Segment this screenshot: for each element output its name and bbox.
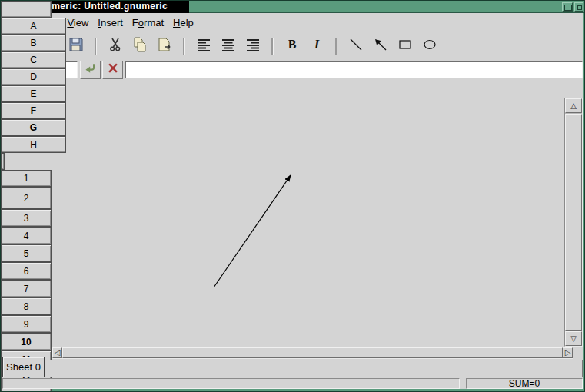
status-message-panel bbox=[2, 378, 460, 389]
row-header-3[interactable]: 3 bbox=[1, 209, 52, 227]
sheet-area: ABCDEFGH123456789101112131415Sales of em… bbox=[1, 1, 585, 392]
row-header-5[interactable]: 5 bbox=[1, 244, 52, 262]
column-header-c[interactable]: C bbox=[1, 51, 66, 68]
row-header-7[interactable]: 7 bbox=[1, 280, 52, 297]
column-header-h[interactable]: H bbox=[1, 136, 66, 153]
scroll-left-button[interactable]: ◁ bbox=[52, 347, 62, 358]
row-header-6[interactable]: 6 bbox=[1, 262, 52, 280]
status-sum-panel: SUM=0 bbox=[466, 378, 583, 389]
row-header-4[interactable]: 4 bbox=[1, 227, 52, 244]
column-header-b[interactable]: B bbox=[1, 35, 66, 51]
column-header-f[interactable]: F bbox=[1, 102, 66, 119]
gnumeric-window: Gnumeric: Untitled.gnumeric FileEditView… bbox=[0, 0, 585, 392]
column-header-g[interactable]: G bbox=[1, 119, 66, 136]
horizontal-scroll-thumb[interactable] bbox=[62, 347, 563, 358]
row-header-9[interactable]: 9 bbox=[1, 315, 52, 333]
scroll-left-icon: ◁ bbox=[55, 349, 61, 357]
row-header-8[interactable]: 8 bbox=[1, 297, 52, 315]
scroll-right-button[interactable]: ▷ bbox=[563, 347, 573, 358]
scroll-up-icon: △ bbox=[570, 102, 577, 110]
grid-corner-box[interactable] bbox=[1, 1, 52, 18]
sheet-tab[interactable]: Sheet 0 bbox=[2, 357, 45, 377]
scroll-down-icon: ▽ bbox=[570, 335, 577, 343]
scroll-up-button[interactable]: △ bbox=[565, 98, 582, 113]
column-header-partial bbox=[1, 153, 5, 170]
column-header-a[interactable]: A bbox=[1, 18, 66, 35]
row-header-2[interactable]: 2 bbox=[1, 187, 52, 209]
tab-strip bbox=[45, 360, 583, 377]
vertical-scroll-thumb[interactable] bbox=[565, 114, 582, 331]
vertical-scrollbar[interactable]: △ ▽ bbox=[564, 98, 583, 347]
column-header-d[interactable]: D bbox=[1, 68, 66, 85]
scroll-down-button[interactable]: ▽ bbox=[565, 331, 582, 346]
sheet-tab-label: Sheet 0 bbox=[6, 361, 41, 373]
scroll-right-icon: ▷ bbox=[565, 349, 571, 357]
column-header-e[interactable]: E bbox=[1, 85, 66, 102]
row-header-1[interactable]: 1 bbox=[1, 170, 52, 187]
horizontal-scrollbar[interactable]: ◁ ▷ bbox=[52, 347, 573, 359]
row-header-10[interactable]: 10 bbox=[1, 333, 52, 350]
